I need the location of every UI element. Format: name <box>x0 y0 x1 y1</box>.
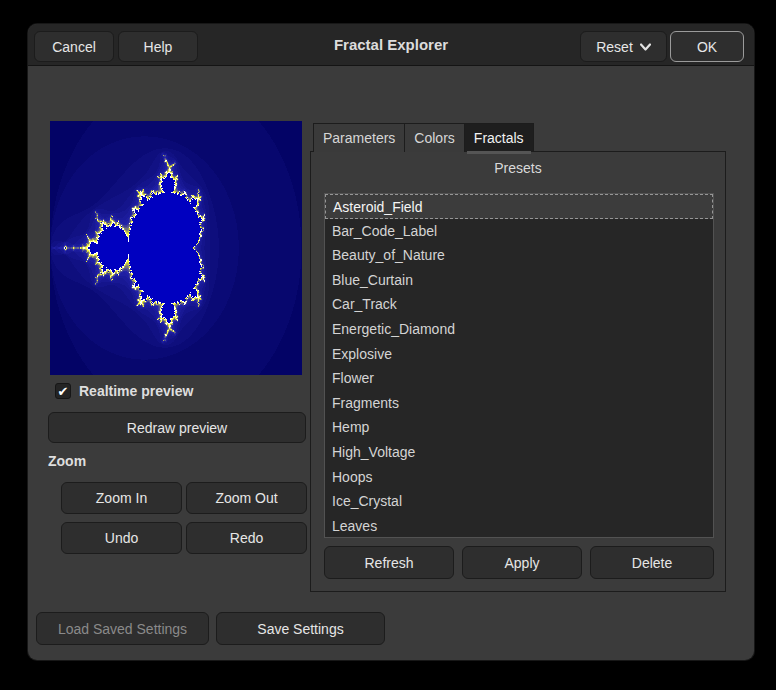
reset-button-label: Reset <box>596 39 633 55</box>
chevron-down-icon <box>640 43 651 51</box>
redraw-preview-button[interactable]: Redraw preview <box>48 412 306 443</box>
apply-button[interactable]: Apply <box>462 546 582 579</box>
save-settings-button[interactable]: Save Settings <box>216 612 385 645</box>
preset-list-item[interactable]: Hemp <box>325 415 713 440</box>
preset-action-row: Refresh Apply Delete <box>324 546 714 579</box>
zoom-heading: Zoom <box>48 453 86 469</box>
check-icon: ✔ <box>58 385 69 398</box>
preset-list-item[interactable]: Flower <box>325 366 713 391</box>
tab-colors[interactable]: Colors <box>404 123 464 152</box>
refresh-button[interactable]: Refresh <box>324 546 454 579</box>
zoom-button-grid: Zoom In Zoom Out Undo Redo <box>61 482 307 554</box>
preset-list-item[interactable]: Hoops <box>325 465 713 490</box>
zoom-out-button[interactable]: Zoom Out <box>186 482 307 514</box>
load-saved-settings-button[interactable]: Load Saved Settings <box>36 612 209 645</box>
preset-list-item[interactable]: Asteroid_Field <box>325 194 713 219</box>
tab-fractals[interactable]: Fractals <box>464 123 534 152</box>
preset-list-item[interactable]: High_Voltage <box>325 440 713 465</box>
tab-parameters[interactable]: Parameters <box>313 123 405 152</box>
preset-list-item[interactable]: Fragments <box>325 391 713 416</box>
preset-list-item[interactable]: Car_Track <box>325 292 713 317</box>
presets-heading: Presets <box>311 160 725 176</box>
redo-button[interactable]: Redo <box>186 522 307 554</box>
preset-list-item[interactable]: Leaves <box>325 514 713 538</box>
delete-button[interactable]: Delete <box>590 546 714 579</box>
preset-list-item[interactable]: Blue_Curtain <box>325 268 713 293</box>
zoom-in-button[interactable]: Zoom In <box>61 482 182 514</box>
titlebar: Cancel Help Fractal Explorer Reset OK <box>28 24 754 66</box>
preset-list-item[interactable]: Energetic_Diamond <box>325 317 713 342</box>
fractal-preview[interactable] <box>50 121 302 375</box>
realtime-preview-checkbox[interactable]: ✔ Realtime preview <box>55 382 193 400</box>
help-button[interactable]: Help <box>118 31 198 62</box>
ok-button[interactable]: OK <box>670 31 744 62</box>
preset-list-item[interactable]: Bar_Code_Label <box>325 219 713 244</box>
cancel-button[interactable]: Cancel <box>34 31 114 62</box>
preset-list-item[interactable]: Beauty_of_Nature <box>325 243 713 268</box>
preset-list[interactable]: Asteroid_FieldBar_Code_LabelBeauty_of_Na… <box>324 193 714 538</box>
realtime-preview-label: Realtime preview <box>79 383 193 399</box>
undo-button[interactable]: Undo <box>61 522 182 554</box>
notebook-tabs: ParametersColorsFractals <box>313 123 533 152</box>
preset-list-item[interactable]: Ice_Crystal <box>325 489 713 514</box>
fractals-tab-panel: Presets Asteroid_FieldBar_Code_LabelBeau… <box>310 151 726 592</box>
desktop-background: Cancel Help Fractal Explorer Reset OK ✔ … <box>0 0 776 690</box>
checkbox-box[interactable]: ✔ <box>55 383 71 399</box>
reset-dropdown-button[interactable]: Reset <box>580 31 667 62</box>
preset-list-item[interactable]: Explosive <box>325 342 713 367</box>
fractal-explorer-dialog: Cancel Help Fractal Explorer Reset OK ✔ … <box>28 24 754 660</box>
